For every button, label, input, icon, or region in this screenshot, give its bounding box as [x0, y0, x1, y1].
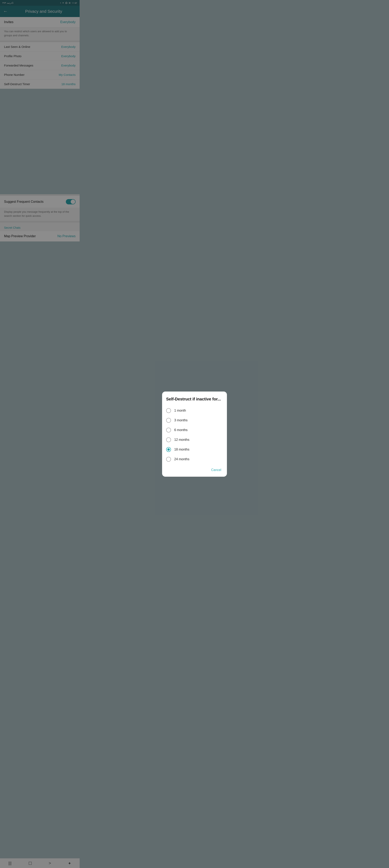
dialog-overlay: Self-Destruct if inactive for... 1 month… — [0, 0, 79, 242]
